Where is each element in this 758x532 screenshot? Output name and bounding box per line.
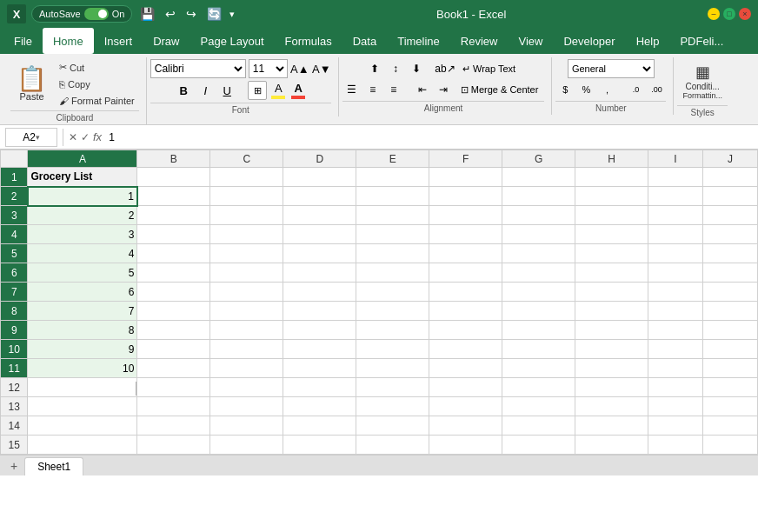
cell[interactable] bbox=[137, 206, 210, 225]
cell[interactable] bbox=[502, 187, 575, 206]
cell[interactable] bbox=[648, 263, 702, 283]
cell[interactable] bbox=[137, 340, 210, 359]
cell[interactable] bbox=[502, 340, 575, 359]
cell[interactable]: 4 bbox=[28, 244, 137, 263]
cell[interactable] bbox=[502, 436, 575, 455]
add-sheet-button[interactable]: + bbox=[3, 456, 24, 475]
cell[interactable] bbox=[702, 436, 757, 455]
cell[interactable] bbox=[137, 168, 210, 187]
cell[interactable] bbox=[702, 244, 757, 263]
cell[interactable] bbox=[648, 225, 702, 244]
cell[interactable] bbox=[648, 359, 702, 378]
row-number-3[interactable]: 3 bbox=[1, 206, 28, 225]
cancel-formula-icon[interactable]: ✕ bbox=[69, 131, 77, 143]
font-size-select[interactable]: 11 8 9 10 12 14 bbox=[249, 59, 288, 78]
cell[interactable] bbox=[283, 378, 356, 397]
cell[interactable] bbox=[702, 378, 757, 397]
cell[interactable] bbox=[137, 359, 210, 378]
cell[interactable] bbox=[210, 378, 283, 397]
row-number-4[interactable]: 4 bbox=[1, 225, 28, 244]
cell[interactable] bbox=[502, 321, 575, 340]
cell[interactable] bbox=[356, 321, 429, 340]
cell[interactable] bbox=[356, 206, 429, 225]
cell[interactable] bbox=[210, 225, 283, 244]
align-middle-button[interactable]: ↕ bbox=[386, 59, 405, 78]
cell[interactable]: 2 bbox=[28, 206, 137, 225]
autosave-toggle[interactable] bbox=[84, 8, 109, 20]
cell[interactable] bbox=[502, 378, 575, 397]
cell[interactable]: 7 bbox=[28, 302, 137, 321]
cell[interactable] bbox=[356, 359, 429, 378]
cell[interactable] bbox=[575, 436, 648, 455]
cell[interactable] bbox=[429, 436, 502, 455]
menu-formulas[interactable]: Formulas bbox=[275, 28, 342, 54]
cell[interactable] bbox=[502, 244, 575, 263]
col-header-a[interactable]: A bbox=[28, 150, 137, 168]
minimize-button[interactable]: – bbox=[708, 8, 720, 20]
increase-decimal-button[interactable]: .0 bbox=[626, 80, 645, 99]
menu-pdfelicit[interactable]: PDFeli... bbox=[669, 28, 734, 54]
cell[interactable] bbox=[648, 321, 702, 340]
cell[interactable] bbox=[210, 244, 283, 263]
cut-button[interactable]: ✂ Cut bbox=[55, 59, 139, 76]
cell[interactable] bbox=[702, 340, 757, 359]
cell[interactable]: 3 bbox=[28, 225, 137, 244]
cell[interactable]: Grocery List bbox=[28, 168, 137, 187]
cell[interactable] bbox=[283, 263, 356, 283]
row-number-7[interactable]: 7 bbox=[1, 283, 28, 302]
redo-button[interactable]: ↪ bbox=[183, 5, 199, 23]
cell[interactable] bbox=[575, 263, 648, 283]
cell[interactable] bbox=[502, 359, 575, 378]
cell[interactable] bbox=[210, 206, 283, 225]
cell[interactable]: 5 bbox=[28, 263, 137, 283]
close-button[interactable]: × bbox=[739, 8, 751, 20]
cell[interactable] bbox=[575, 187, 648, 206]
menu-developer[interactable]: Developer bbox=[553, 28, 625, 54]
cell[interactable] bbox=[702, 283, 757, 302]
menu-file[interactable]: File bbox=[3, 28, 43, 54]
cell[interactable] bbox=[429, 168, 502, 187]
menu-insert[interactable]: Insert bbox=[94, 28, 143, 54]
font-family-select[interactable]: Calibri bbox=[150, 59, 246, 78]
cell[interactable] bbox=[356, 244, 429, 263]
cell[interactable] bbox=[502, 302, 575, 321]
formula-input[interactable] bbox=[105, 128, 753, 147]
italic-button[interactable]: I bbox=[196, 81, 215, 100]
cell[interactable] bbox=[283, 416, 356, 436]
cell[interactable] bbox=[283, 359, 356, 378]
menu-help[interactable]: Help bbox=[626, 28, 670, 54]
align-left-button[interactable]: ☰ bbox=[342, 80, 362, 99]
col-header-i[interactable]: I bbox=[648, 150, 702, 168]
cell[interactable] bbox=[283, 187, 356, 206]
percent-button[interactable]: % bbox=[576, 80, 595, 99]
cell[interactable] bbox=[283, 436, 356, 455]
cell[interactable] bbox=[648, 244, 702, 263]
menu-view[interactable]: View bbox=[508, 28, 553, 54]
cell[interactable] bbox=[648, 416, 702, 436]
cell[interactable] bbox=[356, 397, 429, 416]
decrease-decimal-button[interactable]: .00 bbox=[647, 80, 666, 99]
cell[interactable] bbox=[137, 187, 210, 206]
row-number-10[interactable]: 10 bbox=[1, 340, 28, 359]
cell[interactable] bbox=[575, 302, 648, 321]
row-number-13[interactable]: 13 bbox=[1, 397, 28, 416]
cell[interactable]: 9 bbox=[28, 340, 137, 359]
border-button[interactable]: ⊞ bbox=[248, 81, 267, 100]
decrease-font-button[interactable]: A▼ bbox=[312, 59, 331, 78]
cell[interactable] bbox=[502, 206, 575, 225]
cell[interactable] bbox=[702, 168, 757, 187]
cell[interactable] bbox=[702, 397, 757, 416]
cell[interactable] bbox=[429, 340, 502, 359]
col-header-h[interactable]: H bbox=[575, 150, 648, 168]
menu-draw[interactable]: Draw bbox=[143, 28, 190, 54]
cell[interactable] bbox=[210, 168, 283, 187]
cell[interactable] bbox=[210, 397, 283, 416]
menu-page-layout[interactable]: Page Layout bbox=[190, 28, 275, 54]
fill-color-button[interactable]: A bbox=[269, 80, 287, 101]
row-number-6[interactable]: 6 bbox=[1, 263, 28, 283]
cell[interactable] bbox=[283, 168, 356, 187]
cell[interactable] bbox=[137, 321, 210, 340]
cell[interactable] bbox=[575, 416, 648, 436]
cell[interactable] bbox=[648, 397, 702, 416]
cell-reference-box[interactable]: A2 ▾ bbox=[5, 128, 57, 147]
